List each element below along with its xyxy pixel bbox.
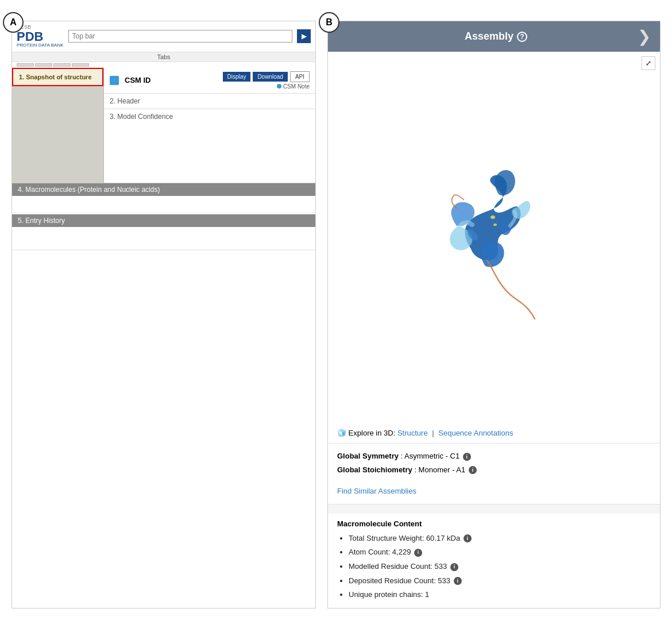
search-input[interactable]	[68, 30, 293, 43]
macro-item-2-label: Modelled Residue Count: 533	[349, 562, 447, 571]
macromolecule-list: Total Structure Weight: 60.17 kDa i Atom…	[349, 532, 651, 602]
stoichiometry-colon: :	[414, 465, 418, 474]
csm-icon	[110, 76, 119, 85]
csm-note-label: CSM Note	[283, 83, 310, 90]
pdb-header: RCSB PDB PROTEIN DATA BANK ▶	[12, 21, 315, 52]
macromolecules-bar[interactable]: 4. Macromolecules (Protein and Nucleic a…	[12, 183, 315, 196]
stoichiometry-label: Global Stoichiometry	[337, 465, 412, 474]
entry-history-bar[interactable]: 5. Entry History	[12, 214, 315, 227]
tab-3[interactable]	[53, 63, 71, 67]
explore-prefix: 🧊 Explore in 3D:	[337, 429, 395, 437]
macromolecule-section: Macromolecule Content Total Structure We…	[328, 514, 660, 608]
pdb-text: PDB	[17, 30, 64, 43]
macro-item-3-info[interactable]: i	[454, 577, 462, 585]
panel-b-label: B	[319, 12, 339, 33]
explore-section: 🧊 Explore in 3D: Structure | Sequence An…	[328, 423, 660, 444]
display-button[interactable]: Display	[223, 72, 251, 82]
expand-button[interactable]: ⤢	[642, 56, 655, 70]
header-section-row: 2. Header	[104, 94, 315, 109]
tabs-row	[12, 62, 315, 68]
left-nav: 1. Snapshot of structure	[12, 68, 104, 183]
download-button[interactable]: Download	[253, 72, 287, 82]
csm-note-dot	[277, 84, 281, 88]
stoichiometry-value: Monomer - A1	[419, 465, 466, 474]
assembly-title-group: Assembly ?	[465, 30, 527, 43]
protein-structure-svg	[402, 145, 586, 329]
symmetry-value: Asymmetric - C1	[404, 452, 459, 460]
macro-item-0-info[interactable]: i	[464, 534, 472, 542]
macro-item-0: Total Structure Weight: 60.17 kDa i	[349, 532, 651, 546]
symmetry-section: Global Symmetry : Asymmetric - C1 i Glob…	[328, 444, 660, 504]
sequence-annotations-link[interactable]: Sequence Annotations	[438, 429, 513, 437]
macromolecule-title: Macromolecule Content	[337, 519, 651, 528]
global-stoichiometry-row: Global Stoichiometry : Monomer - A1 i	[337, 463, 651, 476]
csm-btn-row: Display Download API	[223, 71, 310, 82]
symmetry-label: Global Symmetry	[337, 452, 399, 460]
csm-label: CSM ID	[125, 76, 217, 84]
macro-item-2-info[interactable]: i	[450, 563, 458, 571]
viewer-area: ⤢	[328, 52, 660, 423]
svg-point-1	[491, 215, 495, 219]
macromolecules-content	[12, 196, 315, 213]
macro-item-3-label: Deposited Residue Count: 533	[349, 576, 450, 585]
find-similar-link[interactable]: Find Similar Assemblies	[337, 484, 416, 498]
nav-item-snapshot[interactable]: 1. Snapshot of structure	[12, 68, 103, 86]
assembly-info-icon[interactable]: ?	[517, 32, 527, 42]
macro-item-1: Atom Count: 4,229 i	[349, 545, 651, 560]
spacer-between-sections	[328, 505, 660, 514]
api-button[interactable]: API	[290, 71, 310, 82]
tab-1[interactable]	[17, 63, 34, 67]
structure-link[interactable]: Structure	[397, 429, 428, 437]
macro-item-3: Deposited Residue Count: 533 i	[349, 574, 651, 588]
csm-note-row: CSM Note	[277, 83, 310, 90]
tabs-label: Tabs	[12, 52, 315, 62]
bottom-spacer	[12, 250, 315, 279]
macro-item-2: Modelled Residue Count: 533 i	[349, 560, 651, 574]
assembly-header: Assembly ? ❯	[328, 21, 660, 52]
panel-a: A RCSB PDB PROTEIN DATA BANK ▶ Tabs 1. S…	[11, 21, 316, 609]
pdb-logo: RCSB PDB PROTEIN DATA BANK	[17, 25, 64, 48]
macro-item-4: Unique protein chains: 1	[349, 588, 651, 602]
stoichiometry-info-icon[interactable]: i	[469, 466, 477, 474]
global-symmetry-row: Global Symmetry : Asymmetric - C1 i	[337, 449, 651, 463]
tab-4[interactable]	[72, 63, 89, 67]
assembly-title-text: Assembly	[465, 30, 513, 43]
macro-item-1-label: Atom Count: 4,229	[349, 548, 411, 556]
csm-buttons-area: Display Download API CSM Note	[223, 71, 310, 90]
macro-item-4-label: Unique protein chains: 1	[349, 590, 429, 599]
right-content: CSM ID Display Download API CSM Note 2. …	[104, 68, 315, 183]
pdb-subtext: PROTEIN DATA BANK	[17, 43, 64, 48]
svg-point-2	[493, 224, 497, 226]
main-content: 1. Snapshot of structure CSM ID Display …	[12, 68, 315, 183]
entry-history-content	[12, 227, 315, 250]
explore-separator: |	[432, 429, 434, 437]
model-confidence-row: 3. Model Confidence	[104, 109, 315, 124]
panel-b: B Assembly ? ❯ ⤢	[327, 21, 661, 609]
search-button[interactable]: ▶	[297, 29, 311, 43]
tab-2[interactable]	[35, 63, 52, 67]
macro-item-0-label: Total Structure Weight: 60.17 kDa	[349, 534, 460, 542]
symmetry-info-icon[interactable]: i	[463, 453, 471, 461]
assembly-chevron[interactable]: ❯	[638, 27, 651, 46]
info-sections: 🧊 Explore in 3D: Structure | Sequence An…	[328, 423, 660, 608]
macro-item-1-info[interactable]: i	[414, 549, 422, 557]
csm-row: CSM ID Display Download API CSM Note	[104, 68, 315, 94]
panel-a-label: A	[3, 12, 24, 33]
find-similar-row: Find Similar Assemblies	[337, 481, 651, 498]
